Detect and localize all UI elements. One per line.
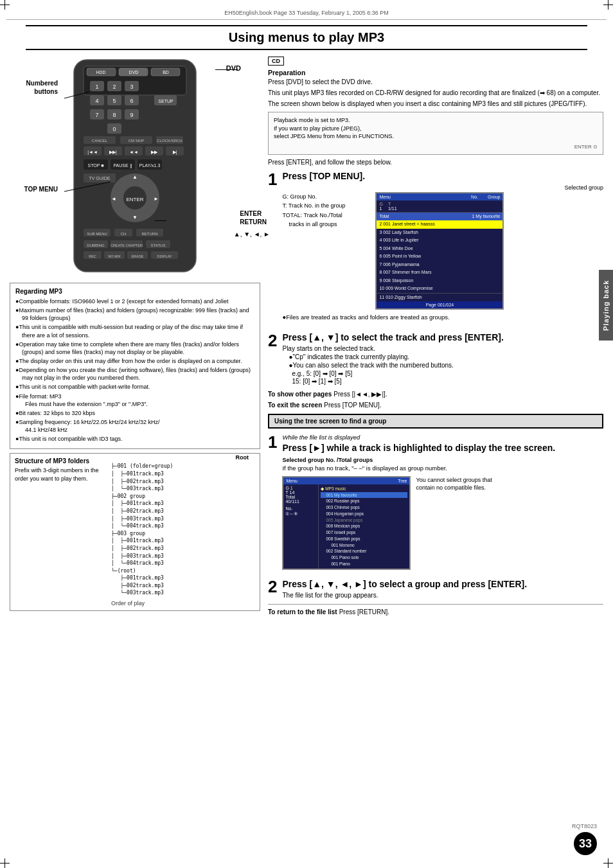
legend-g: G: Group No.: [282, 192, 372, 201]
svg-text:CH: CH: [121, 232, 127, 236]
step2-numbered-note: You can also select the track with the n…: [293, 362, 454, 369]
rqt-code: RQT8023: [572, 823, 597, 829]
step2-play-note: Play starts on the selected track.: [282, 345, 603, 352]
svg-text:▲: ▲: [132, 174, 138, 180]
tree-step1-number: 1: [268, 434, 277, 573]
step1-instruction: Press [TOP MENU].: [282, 171, 603, 181]
legend-t: T: Track No. in the group: [282, 201, 372, 210]
svg-text:2: 2: [112, 84, 116, 90]
note-box: Playback mode is set to MP3. If you want…: [268, 112, 603, 155]
step2-example: e.g., 5: [0] ➡ [0] ➡ [5]: [282, 370, 603, 377]
svg-text:|◄◄: |◄◄: [87, 150, 98, 155]
svg-text:REC: REC: [89, 254, 96, 258]
to-show-title: To show other pages: [268, 391, 332, 398]
svg-text:◄◄: ◄◄: [129, 150, 138, 154]
svg-text:ERASE: ERASE: [132, 254, 144, 258]
nav-arrows-label: ▲, ▼, ◄, ►: [234, 231, 270, 238]
svg-text:RETURN: RETURN: [142, 232, 158, 236]
svg-text:5: 5: [112, 98, 116, 104]
tree-step2-block: 2 Press [▲, ▼, ◄, ►] to select a group a…: [268, 578, 603, 599]
to-return-title: To return to the file list: [268, 608, 337, 616]
svg-text:3: 3: [130, 84, 133, 90]
svg-text:◄: ◄: [111, 196, 116, 202]
page-title: Using menus to play MP3: [229, 30, 384, 44]
svg-text:PLAY/x1.3: PLAY/x1.3: [139, 163, 161, 168]
regarding-mp3-title: Regarding MP3: [15, 288, 254, 295]
tree-step2-instruction: Press [▲, ▼, ◄, ►] to select a group and…: [282, 578, 603, 590]
playing-back-tab: Playing back: [599, 270, 613, 341]
folder-tree: ├─001 (folder=group) │ ├─001track.mp3 │ …: [111, 463, 255, 597]
to-exit: To exit the screen Press [TOP MENU].: [268, 401, 603, 409]
to-exit-text: Press [TOP MENU].: [324, 402, 381, 409]
enter-return-label: ENTER RETURN: [240, 209, 267, 226]
tree-step2-note: The file list for the group appears.: [282, 592, 603, 599]
svg-text:▶▶: ▶▶: [151, 150, 158, 154]
mp3-structure-title: Structure of MP3 folders: [15, 457, 108, 465]
corner-mark-bl: [0, 855, 13, 868]
svg-text:CREATE CHAPTER: CREATE CHAPTER: [111, 244, 143, 247]
files-note: ●Files are treated as tracks and folders…: [282, 313, 603, 321]
svg-text:DISPLAY: DISPLAY: [157, 254, 172, 258]
svg-text:BD: BD: [163, 70, 169, 75]
page-number-area: RQT8023 33: [572, 823, 597, 855]
svg-text:4: 4: [95, 98, 98, 104]
body2: The screen shown below is displayed when…: [268, 100, 603, 109]
tree-step1-instruction: Press [►] while a track is highlighted t…: [282, 442, 603, 454]
svg-text:CANCEL: CANCEL: [92, 139, 108, 143]
preparation-text: Press [DVD] to select the DVD drive.: [268, 78, 603, 85]
corner-mark-br: [600, 855, 613, 868]
svg-text:HDD: HDD: [96, 70, 105, 75]
to-show-text: Press [|◄◄, ▶▶|].: [333, 391, 387, 398]
step2-example2: 15: [0] ➡ [1] ➡ [5]: [282, 378, 603, 385]
to-return-text: Press [RETURN].: [339, 608, 389, 616]
svg-text:0: 0: [112, 126, 116, 132]
tree-step1-note: If the group has no track, "– –" is disp…: [282, 465, 603, 473]
corner-mark-tl: [0, 0, 13, 13]
svg-text:▼: ▼: [132, 215, 138, 220]
tree-section-title: Using the tree screen to find a group: [268, 414, 603, 429]
svg-text:▶▶|: ▶▶|: [109, 150, 117, 155]
page-number: 33: [574, 832, 597, 855]
to-return: To return to the file list Press [RETURN…: [268, 604, 603, 616]
corner-mark-tr: [600, 0, 613, 13]
top-menu-label: TOP MENU: [10, 186, 58, 193]
svg-text:DUBBING: DUBBING: [87, 244, 105, 247]
legend-total: TOTAL: Track No./Total: [282, 211, 372, 220]
svg-text:1: 1: [95, 84, 98, 90]
svg-text:PAUSE ‖: PAUSE ‖: [113, 163, 132, 168]
regarding-mp3-list: ●Compatible formats: ISO9660 level 1 or …: [15, 297, 254, 443]
svg-text:8: 8: [112, 112, 116, 118]
svg-text:SETUP: SETUP: [158, 99, 173, 103]
while-text: While the file list is displayed: [282, 434, 603, 441]
tree-step2-number: 2: [268, 578, 277, 599]
step2-instruction: Press [▲, ▼] to select the track and pre…: [282, 332, 603, 342]
dvd-label: DVD: [226, 64, 241, 72]
cannot-select-note: You cannot select groups that contain no…: [416, 476, 499, 492]
svg-text:SUB MENU: SUB MENU: [87, 232, 107, 236]
step1-number: 1: [268, 171, 277, 326]
svg-text:7: 7: [95, 112, 98, 118]
remote-control-image: HDD DVD BD 1 2 3 4: [61, 57, 209, 275]
preparation-title: Preparation: [268, 69, 603, 76]
to-show-pages: To show other pages Press [|◄◄, ▶▶|].: [268, 390, 603, 398]
cd-icon: CD: [268, 57, 284, 66]
numbered-buttons-label: Numberedbuttons: [10, 79, 58, 96]
tree-step1-block: 1 While the file list is displayed Press…: [268, 434, 603, 573]
step2-number: 2: [268, 332, 277, 385]
svg-text:6: 6: [130, 98, 133, 104]
order-of-play-label: Order of play: [111, 600, 255, 607]
mp3-structure-desc: Prefix with 3-digit numbers in the order…: [15, 466, 108, 482]
svg-text:CLOCK/SRCH: CLOCK/SRCH: [157, 139, 182, 143]
svg-text:ENTER: ENTER: [126, 197, 143, 202]
header-text: EH50English.book Page 33 Tuesday, Februa…: [224, 10, 389, 16]
svg-text:STOP ■: STOP ■: [88, 163, 104, 168]
step2-block: 2 Press [▲, ▼] to select the track and p…: [268, 332, 603, 385]
svg-text:STATUS: STATUS: [151, 244, 166, 247]
svg-text:NO MIX: NO MIX: [108, 254, 121, 258]
svg-text:CM SKIP: CM SKIP: [129, 139, 145, 143]
body1: This unit plays MP3 files recorded on CD…: [268, 89, 603, 98]
selected-group-label: Selected group: [282, 184, 603, 191]
svg-text:DVD: DVD: [129, 70, 139, 75]
step1-block: 1 Press [TOP MENU]. Selected group G: Gr…: [268, 171, 603, 326]
press-enter-text: Press [ENTER], and follow the steps belo…: [268, 159, 603, 166]
